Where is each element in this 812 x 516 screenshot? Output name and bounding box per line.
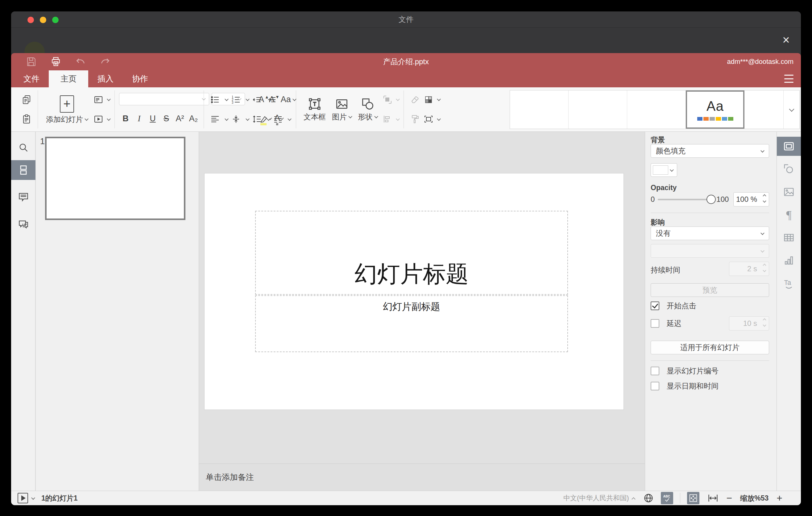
text-box-label: 文本框 [303,112,326,122]
chat-icon[interactable] [11,214,35,234]
subtitle-placeholder[interactable]: 幻灯片副标题 [255,295,568,352]
slide[interactable]: 幻灯片标题 幻灯片副标题 [205,173,624,409]
apply-to-all-button[interactable]: 适用于所有幻灯片 [651,341,769,354]
opacity-spinner[interactable]: 100 % [733,192,769,206]
theme-tile[interactable] [569,90,627,129]
title-placeholder-text: 幻灯片标题 [354,259,469,294]
copy-icon[interactable] [20,92,33,107]
theme-preview-text: Aa [706,98,724,114]
traffic-light-zoom[interactable] [52,17,59,23]
theme-color [697,117,702,121]
delay-value: 10 s [743,319,757,328]
subtitle-placeholder-text: 幻灯片副标题 [383,296,440,313]
show-date-time-checkbox[interactable] [651,382,659,391]
image-button[interactable]: 图片 [329,87,355,132]
svg-text:3: 3 [232,101,234,104]
text-box-button[interactable]: 文本框 [300,87,329,132]
delay-checkbox[interactable] [651,319,659,328]
notes-area[interactable]: 单击添加备注 [199,463,645,491]
slide-size-icon[interactable] [422,112,435,126]
preview-button-label: 预览 [702,285,717,295]
opacity-slider-track[interactable] [658,199,708,200]
arrange-shape-icon[interactable] [381,92,394,107]
image-settings-icon[interactable] [777,182,801,202]
clear-style-icon[interactable] [408,92,422,107]
add-slide-icon: + [60,95,74,113]
shape-label: 形状 [358,112,373,122]
macos-titlebar: 文件 [11,11,801,28]
show-slide-number-label: 显示幻灯片编号 [667,366,719,376]
slide-settings-icon[interactable] [777,137,801,156]
paste-icon[interactable] [20,112,33,126]
show-slide-number-checkbox[interactable] [651,367,659,375]
slide-layout-icon[interactable] [92,92,105,107]
increase-indent-icon[interactable] [265,92,279,107]
app-header-dark: × [11,28,801,53]
theme-tile[interactable] [745,90,783,129]
save-icon[interactable] [26,56,36,67]
theme-color [716,117,721,121]
decrease-indent-icon[interactable] [250,92,264,107]
text-box-icon [308,97,321,111]
delay-spinner: 10 s [729,316,769,331]
set-language-globe-icon[interactable] [643,492,654,504]
spellcheck-icon[interactable]: ABC [661,492,673,504]
copy-style-icon[interactable] [408,112,422,126]
opacity-slider-knob[interactable] [706,195,716,204]
redo-icon[interactable] [100,56,111,67]
slide-thumbnail[interactable] [45,137,185,220]
start-slideshow-icon[interactable] [92,112,105,126]
print-icon[interactable] [51,56,61,67]
slides-panel-icon[interactable] [11,160,35,180]
zoom-out-icon[interactable]: − [727,492,732,504]
theme-tile[interactable] [510,90,569,129]
theme-tile[interactable] [627,90,686,129]
start-on-click-checkbox[interactable] [651,302,659,310]
image-icon [335,97,349,111]
theme-tile-selected[interactable]: Aa [686,90,745,129]
add-slide-button[interactable]: + 添加幻灯片 [42,87,92,132]
slide-canvas[interactable]: 幻灯片标题 幻灯片副标题 [199,132,645,463]
fit-to-width-icon[interactable] [707,492,719,504]
theme-gallery: Aa [510,90,800,129]
horizontal-align-icon[interactable] [208,112,222,126]
search-icon[interactable] [11,139,35,156]
color-scheme-icon[interactable] [422,92,435,107]
zoom-level: 缩放%53 [740,493,768,503]
slide-number: 1 [40,137,45,146]
tab-collaboration[interactable]: 协作 [123,70,157,87]
shape-settings-icon[interactable] [777,160,801,179]
background-fill-select[interactable]: 颜色填充 [651,144,769,158]
status-bar: 1的幻灯片1 中文(中华人民共和国) ABC − 缩放%53 + [11,491,801,505]
quick-access-row [11,53,801,70]
zoom-in-icon[interactable]: + [777,492,782,504]
traffic-light-close[interactable] [27,17,34,23]
fit-to-slide-icon[interactable] [687,492,699,504]
title-placeholder[interactable]: 幻灯片标题 [255,211,568,295]
effect-select[interactable]: 没有 [651,227,769,240]
numbering-icon[interactable]: 123 [229,92,243,107]
bullets-icon[interactable] [208,92,222,107]
vertical-align-icon[interactable] [229,112,243,126]
gallery-expand-icon[interactable] [783,90,799,129]
hamburger-menu-icon[interactable] [784,75,793,83]
table-settings-icon[interactable] [777,228,801,247]
fill-color-picker[interactable] [651,163,677,177]
tab-home[interactable]: 主页 [49,70,88,87]
close-icon[interactable]: × [779,33,793,47]
traffic-light-minimize[interactable] [40,17,46,23]
language-label[interactable]: 中文(中华人民共和国) [563,493,629,503]
paragraph-settings-icon[interactable]: ¶ [777,205,801,224]
undo-icon[interactable] [75,56,86,67]
font-color-icon[interactable]: A [274,112,280,126]
opacity-max-label: 100 [716,195,729,204]
show-slide-number-row: 显示幻灯片编号 [651,366,719,376]
tab-insert[interactable]: 插入 [88,70,123,87]
align-shape-icon[interactable] [381,112,394,126]
comments-icon[interactable] [11,187,35,207]
tab-file[interactable]: 文件 [11,70,49,87]
shape-button[interactable]: 形状 [355,87,381,132]
textart-settings-icon[interactable]: Ta [777,274,801,293]
start-slideshow-status-icon[interactable] [18,493,28,503]
chart-settings-icon[interactable] [777,251,801,270]
